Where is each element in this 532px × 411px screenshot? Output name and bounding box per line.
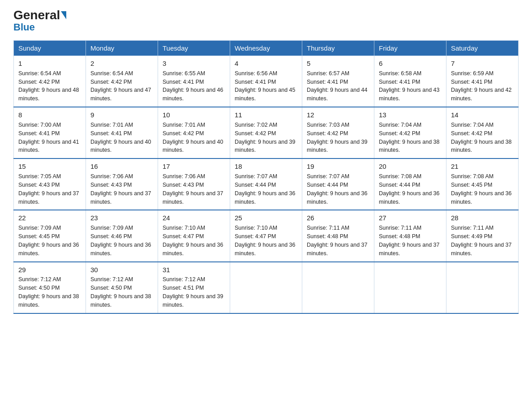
- day-number: 7: [451, 59, 514, 68]
- calendar-day-cell: 8Sunrise: 7:00 AMSunset: 4:41 PMDaylight…: [14, 107, 86, 158]
- calendar-day-cell: 5Sunrise: 6:57 AMSunset: 4:41 PMDaylight…: [302, 56, 374, 107]
- day-info: Sunrise: 7:03 AMSunset: 4:42 PMDaylight:…: [307, 122, 368, 154]
- calendar-day-cell: [374, 262, 446, 313]
- calendar-day-cell: 7Sunrise: 6:59 AMSunset: 4:41 PMDaylight…: [446, 56, 519, 107]
- day-number: 1: [18, 59, 81, 68]
- calendar-day-cell: 13Sunrise: 7:04 AMSunset: 4:42 PMDayligh…: [374, 107, 446, 158]
- day-number: 18: [235, 162, 297, 171]
- day-info: Sunrise: 7:11 AMSunset: 4:48 PMDaylight:…: [307, 225, 368, 257]
- calendar-day-cell: 21Sunrise: 7:08 AMSunset: 4:45 PMDayligh…: [446, 158, 519, 210]
- day-number: 28: [451, 213, 514, 223]
- calendar-day-cell: 11Sunrise: 7:02 AMSunset: 4:42 PMDayligh…: [230, 107, 302, 158]
- calendar-week-row: 15Sunrise: 7:05 AMSunset: 4:43 PMDayligh…: [14, 158, 519, 210]
- day-info: Sunrise: 6:57 AMSunset: 4:41 PMDaylight:…: [307, 70, 368, 102]
- day-number: 21: [451, 162, 514, 171]
- logo-arrow-icon: [61, 11, 66, 19]
- calendar-header-wednesday: Wednesday: [230, 41, 302, 56]
- calendar-day-cell: 20Sunrise: 7:08 AMSunset: 4:44 PMDayligh…: [374, 158, 446, 210]
- day-number: 20: [379, 162, 442, 171]
- calendar-day-cell: 18Sunrise: 7:07 AMSunset: 4:44 PMDayligh…: [230, 158, 302, 210]
- day-number: 4: [235, 59, 297, 68]
- calendar-day-cell: 16Sunrise: 7:06 AMSunset: 4:43 PMDayligh…: [86, 158, 158, 210]
- calendar-day-cell: 9Sunrise: 7:01 AMSunset: 4:41 PMDaylight…: [86, 107, 158, 158]
- day-info: Sunrise: 7:11 AMSunset: 4:49 PMDaylight:…: [451, 225, 512, 257]
- calendar-day-cell: 14Sunrise: 7:04 AMSunset: 4:42 PMDayligh…: [446, 107, 519, 158]
- page-header: General Blue: [13, 9, 519, 32]
- day-info: Sunrise: 6:55 AMSunset: 4:41 PMDaylight:…: [163, 70, 223, 102]
- calendar-day-cell: [302, 262, 374, 313]
- day-number: 8: [18, 110, 81, 120]
- day-info: Sunrise: 7:12 AMSunset: 4:51 PMDaylight:…: [163, 276, 223, 308]
- calendar-day-cell: 31Sunrise: 7:12 AMSunset: 4:51 PMDayligh…: [158, 262, 230, 313]
- calendar-header-saturday: Saturday: [446, 41, 519, 56]
- calendar-week-row: 22Sunrise: 7:09 AMSunset: 4:45 PMDayligh…: [14, 210, 519, 261]
- day-info: Sunrise: 7:01 AMSunset: 4:41 PMDaylight:…: [90, 122, 151, 154]
- day-number: 15: [18, 162, 81, 171]
- day-info: Sunrise: 7:08 AMSunset: 4:44 PMDaylight:…: [379, 173, 440, 205]
- calendar-day-cell: [446, 262, 519, 313]
- day-info: Sunrise: 6:56 AMSunset: 4:41 PMDaylight:…: [235, 70, 296, 102]
- day-number: 12: [307, 110, 369, 120]
- day-info: Sunrise: 7:09 AMSunset: 4:45 PMDaylight:…: [18, 225, 79, 257]
- day-info: Sunrise: 7:08 AMSunset: 4:45 PMDaylight:…: [451, 173, 512, 205]
- calendar-day-cell: 15Sunrise: 7:05 AMSunset: 4:43 PMDayligh…: [14, 158, 86, 210]
- day-number: 2: [90, 59, 153, 68]
- calendar-day-cell: 2Sunrise: 6:54 AMSunset: 4:42 PMDaylight…: [86, 56, 158, 107]
- calendar-day-cell: 23Sunrise: 7:09 AMSunset: 4:46 PMDayligh…: [86, 210, 158, 261]
- calendar-header-row: SundayMondayTuesdayWednesdayThursdayFrid…: [14, 41, 519, 56]
- day-info: Sunrise: 7:06 AMSunset: 4:43 PMDaylight:…: [90, 173, 151, 205]
- day-info: Sunrise: 7:07 AMSunset: 4:44 PMDaylight:…: [235, 173, 296, 205]
- logo: General Blue: [13, 9, 66, 32]
- day-number: 11: [235, 110, 297, 120]
- day-number: 16: [90, 162, 153, 171]
- day-info: Sunrise: 7:06 AMSunset: 4:43 PMDaylight:…: [163, 173, 223, 205]
- day-info: Sunrise: 7:10 AMSunset: 4:47 PMDaylight:…: [163, 225, 223, 257]
- day-number: 14: [451, 110, 514, 120]
- calendar-day-cell: [230, 262, 302, 313]
- day-number: 31: [163, 265, 225, 275]
- calendar-day-cell: 29Sunrise: 7:12 AMSunset: 4:50 PMDayligh…: [14, 262, 86, 313]
- calendar-header-monday: Monday: [86, 41, 158, 56]
- calendar-week-row: 29Sunrise: 7:12 AMSunset: 4:50 PMDayligh…: [14, 262, 519, 313]
- calendar-day-cell: 27Sunrise: 7:11 AMSunset: 4:48 PMDayligh…: [374, 210, 446, 261]
- day-number: 24: [163, 213, 225, 223]
- day-info: Sunrise: 7:07 AMSunset: 4:44 PMDaylight:…: [307, 173, 368, 205]
- calendar-header-sunday: Sunday: [14, 41, 86, 56]
- day-info: Sunrise: 7:04 AMSunset: 4:42 PMDaylight:…: [379, 122, 440, 154]
- logo-blue: Blue: [13, 22, 35, 32]
- day-info: Sunrise: 6:54 AMSunset: 4:42 PMDaylight:…: [90, 70, 151, 102]
- calendar-header-tuesday: Tuesday: [158, 41, 230, 56]
- calendar-day-cell: 10Sunrise: 7:01 AMSunset: 4:42 PMDayligh…: [158, 107, 230, 158]
- day-number: 13: [379, 110, 442, 120]
- calendar-week-row: 8Sunrise: 7:00 AMSunset: 4:41 PMDaylight…: [14, 107, 519, 158]
- day-number: 9: [90, 110, 153, 120]
- day-info: Sunrise: 6:58 AMSunset: 4:41 PMDaylight:…: [379, 70, 440, 102]
- calendar-day-cell: 6Sunrise: 6:58 AMSunset: 4:41 PMDaylight…: [374, 56, 446, 107]
- calendar-day-cell: 19Sunrise: 7:07 AMSunset: 4:44 PMDayligh…: [302, 158, 374, 210]
- day-number: 23: [90, 213, 153, 223]
- day-number: 3: [163, 59, 225, 68]
- day-number: 25: [235, 213, 297, 223]
- day-number: 22: [18, 213, 81, 223]
- calendar-day-cell: 28Sunrise: 7:11 AMSunset: 4:49 PMDayligh…: [446, 210, 519, 261]
- day-info: Sunrise: 7:05 AMSunset: 4:43 PMDaylight:…: [18, 173, 79, 205]
- calendar-week-row: 1Sunrise: 6:54 AMSunset: 4:42 PMDaylight…: [14, 56, 519, 107]
- calendar-header-thursday: Thursday: [302, 41, 374, 56]
- day-info: Sunrise: 7:12 AMSunset: 4:50 PMDaylight:…: [18, 276, 79, 308]
- day-info: Sunrise: 6:59 AMSunset: 4:41 PMDaylight:…: [451, 70, 512, 102]
- day-number: 27: [379, 213, 442, 223]
- calendar-day-cell: 25Sunrise: 7:10 AMSunset: 4:47 PMDayligh…: [230, 210, 302, 261]
- day-info: Sunrise: 6:54 AMSunset: 4:42 PMDaylight:…: [18, 70, 79, 102]
- day-info: Sunrise: 7:12 AMSunset: 4:50 PMDaylight:…: [90, 276, 151, 308]
- calendar-day-cell: 3Sunrise: 6:55 AMSunset: 4:41 PMDaylight…: [158, 56, 230, 107]
- day-info: Sunrise: 7:11 AMSunset: 4:48 PMDaylight:…: [379, 225, 440, 257]
- calendar-day-cell: 26Sunrise: 7:11 AMSunset: 4:48 PMDayligh…: [302, 210, 374, 261]
- day-info: Sunrise: 7:01 AMSunset: 4:42 PMDaylight:…: [163, 122, 223, 154]
- day-number: 26: [307, 213, 369, 223]
- calendar-day-cell: 30Sunrise: 7:12 AMSunset: 4:50 PMDayligh…: [86, 262, 158, 313]
- calendar-day-cell: 12Sunrise: 7:03 AMSunset: 4:42 PMDayligh…: [302, 107, 374, 158]
- logo-general: General: [13, 9, 66, 21]
- calendar-table: SundayMondayTuesdayWednesdayThursdayFrid…: [13, 40, 519, 314]
- day-info: Sunrise: 7:10 AMSunset: 4:47 PMDaylight:…: [235, 225, 296, 257]
- calendar-day-cell: 17Sunrise: 7:06 AMSunset: 4:43 PMDayligh…: [158, 158, 230, 210]
